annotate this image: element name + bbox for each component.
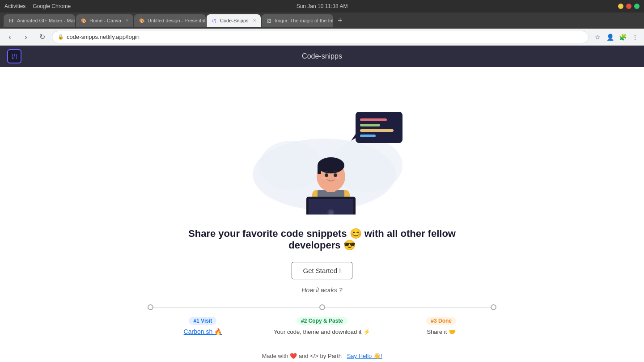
tab-4-active[interactable]: ⟨/⟩ Code-Snipps ×	[207, 14, 261, 27]
profile-icon[interactable]: 👤	[605, 32, 615, 42]
step-dot-1	[148, 304, 153, 310]
steps-section: #1 Visit Carbon.sh 🔥 #2 Copy & Paste You…	[148, 307, 496, 337]
tab-label-1: Animated GIF Maker - Make G...	[17, 18, 75, 23]
tab-favicon-4: ⟨/⟩	[211, 17, 217, 24]
os-bar: Activities Google Chrome Sun Jan 10 11:3…	[0, 0, 644, 13]
steps-timeline	[148, 307, 496, 307]
svg-rect-6	[360, 124, 380, 126]
forward-button[interactable]: ›	[20, 31, 32, 43]
say-hello-link[interactable]: Say Hello 👋!	[347, 353, 382, 359]
tab-favicon-2: 🎨	[80, 17, 87, 24]
traffic-lights	[618, 4, 640, 9]
os-bar-left: Activities Google Chrome	[4, 3, 71, 9]
tab-label-2: Home - Canva	[89, 18, 121, 23]
bookmark-icon[interactable]: ☆	[592, 32, 603, 42]
steps-content: #1 Visit Carbon.sh 🔥 #2 Copy & Paste You…	[148, 316, 496, 337]
footer: Made with ❤️ and </> by Parth Say Hello …	[262, 353, 382, 359]
address-bar: ‹ › ↻ 🔒 code-snipps.netlify.app/login ☆ …	[0, 29, 644, 46]
os-bar-right	[618, 4, 640, 9]
tab-favicon-5: 🖼	[266, 17, 272, 24]
tab-1[interactable]: 🎞 Animated GIF Maker - Make G... ×	[4, 14, 75, 27]
hero-tagline: Share your favorite code snippets 😊 with…	[161, 228, 483, 251]
svg-point-16	[325, 173, 328, 177]
tab-2[interactable]: 🎨 Home - Canva ×	[76, 14, 133, 27]
browser-label[interactable]: Google Chrome	[33, 3, 71, 9]
svg-point-17	[334, 173, 337, 177]
step-2: #2 Copy & Paste Your code, theme and dow…	[267, 316, 377, 337]
os-bar-center: Sun Jan 10 11:38 AM	[297, 3, 348, 9]
svg-point-2	[259, 141, 322, 190]
chrome-tab-bar: 🎞 Animated GIF Maker - Make G... × 🎨 Hom…	[0, 13, 644, 29]
svg-rect-7	[360, 129, 394, 132]
new-tab-button[interactable]: +	[334, 14, 347, 27]
svg-point-20	[320, 181, 329, 188]
url-text: code-snipps.netlify.app/login	[67, 34, 140, 40]
get-started-button[interactable]: Get Started !	[292, 262, 352, 279]
step-dot-3	[491, 304, 496, 310]
address-bar-actions: ☆ 👤 🧩 ⋮	[592, 32, 640, 42]
back-button[interactable]: ‹	[4, 31, 16, 43]
traffic-light-maximize[interactable]	[634, 4, 640, 9]
traffic-light-minimize[interactable]	[618, 4, 623, 9]
app-logo: ⟨/⟩	[7, 49, 21, 63]
app-header: ⟨/⟩ Code-snipps	[0, 46, 644, 67]
svg-point-18	[322, 177, 326, 179]
tab-favicon-3: 🎨	[139, 17, 145, 24]
tab-close-4[interactable]: ×	[253, 17, 256, 24]
svg-point-14	[318, 157, 344, 173]
step-dot-2	[319, 304, 325, 310]
app-header-title: Code-snipps	[302, 52, 342, 60]
extensions-icon[interactable]: 🧩	[617, 32, 628, 42]
footer-text: Made with ❤️ and </> by Parth	[262, 353, 342, 359]
tab-favicon-1: 🎞	[8, 17, 14, 24]
tabs-container: 🎞 Animated GIF Maker - Make G... × 🎨 Hom…	[4, 14, 640, 27]
reload-button[interactable]: ↻	[36, 31, 48, 43]
tab-label-3: Untitled design - Presentatio...	[148, 18, 206, 23]
svg-rect-3	[356, 112, 402, 143]
hero-illustration	[237, 76, 407, 215]
step-2-badge: #2 Copy & Paste	[297, 317, 347, 325]
activities-label[interactable]: Activities	[4, 3, 25, 9]
tab-3[interactable]: 🎨 Untitled design - Presentatio... ×	[134, 14, 206, 27]
tab-label-4: Code-Snipps	[220, 18, 249, 23]
step-1: #1 Visit Carbon.sh 🔥	[148, 316, 258, 337]
tab-close-2[interactable]: ×	[126, 17, 129, 24]
tab-5[interactable]: 🖼 Imgur: The magic of the Inter... ×	[262, 14, 333, 27]
tab-label-5: Imgur: The magic of the Inter...	[275, 18, 333, 23]
svg-rect-8	[360, 135, 376, 137]
step-2-description: Your code, theme and download it ⚡	[267, 328, 377, 337]
svg-rect-5	[360, 118, 387, 121]
steps-dots	[148, 304, 496, 310]
svg-rect-15	[318, 165, 321, 174]
step-3-badge: #3 Done	[426, 317, 456, 325]
logo-icon: ⟨/⟩	[7, 49, 21, 63]
url-bar[interactable]: 🔒 code-snipps.netlify.app/login	[52, 31, 589, 43]
step-3-description: Share it 🤝	[386, 328, 496, 337]
step-3: #3 Done Share it 🤝	[386, 316, 496, 337]
datetime-label: Sun Jan 10 11:38 AM	[297, 3, 348, 9]
main-content: Share your favorite code snippets 😊 with…	[0, 67, 644, 362]
menu-icon[interactable]: ⋮	[630, 32, 640, 42]
traffic-light-close[interactable]	[626, 4, 631, 9]
carbon-sh-link[interactable]: Carbon.sh 🔥	[184, 328, 222, 335]
step-1-badge: #1 Visit	[189, 317, 216, 325]
svg-point-19	[335, 177, 340, 179]
how-it-works-label: How it works ?	[301, 286, 342, 294]
logo-symbol: ⟨/⟩	[11, 53, 17, 60]
security-lock-icon: 🔒	[58, 34, 64, 40]
